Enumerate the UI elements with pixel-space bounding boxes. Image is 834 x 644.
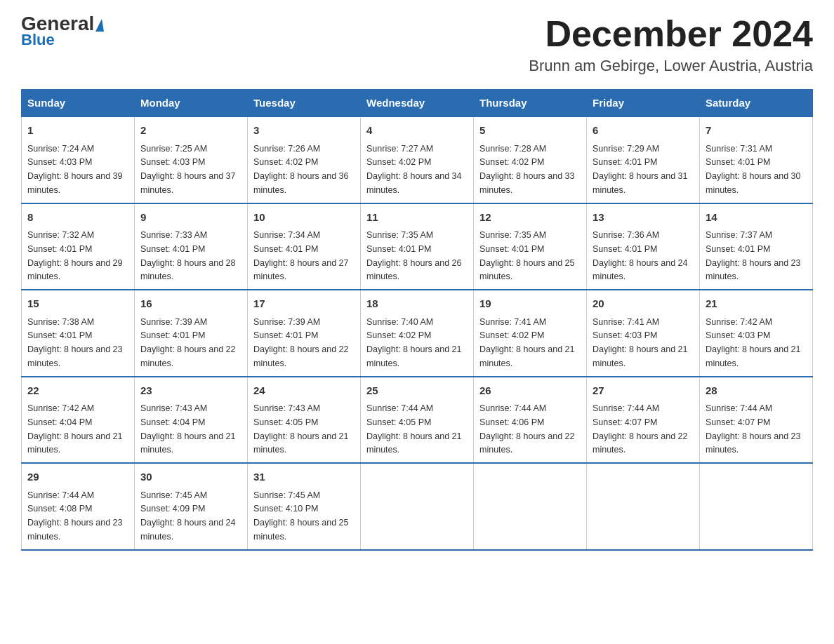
sunrise-info: Sunrise: 7:42 AM <box>27 403 94 413</box>
sunset-info: Sunset: 4:01 PM <box>479 244 544 254</box>
day-number: 31 <box>253 469 355 485</box>
sunset-info: Sunset: 4:01 PM <box>253 244 318 254</box>
sunset-info: Sunset: 4:01 PM <box>366 244 431 254</box>
sunrise-info: Sunrise: 7:44 AM <box>366 403 433 413</box>
calendar-cell: 25 Sunrise: 7:44 AM Sunset: 4:05 PM Dayl… <box>361 377 474 464</box>
calendar-cell: 24 Sunrise: 7:43 AM Sunset: 4:05 PM Dayl… <box>248 377 361 464</box>
day-number: 18 <box>366 296 468 312</box>
daylight-info: Daylight: 8 hours and 26 minutes. <box>366 258 462 282</box>
day-number: 20 <box>593 296 694 312</box>
sunrise-info: Sunrise: 7:25 AM <box>140 144 207 154</box>
sunrise-info: Sunrise: 7:24 AM <box>27 144 94 154</box>
sunrise-info: Sunrise: 7:44 AM <box>479 403 546 413</box>
sunrise-info: Sunrise: 7:36 AM <box>593 230 659 240</box>
sunset-info: Sunset: 4:01 PM <box>593 244 657 254</box>
calendar-cell: 16 Sunrise: 7:39 AM Sunset: 4:01 PM Dayl… <box>135 290 248 377</box>
calendar-cell: 30 Sunrise: 7:45 AM Sunset: 4:09 PM Dayl… <box>135 463 248 550</box>
sunset-info: Sunset: 4:02 PM <box>366 157 431 167</box>
sunset-info: Sunset: 4:07 PM <box>706 417 770 427</box>
daylight-info: Daylight: 8 hours and 34 minutes. <box>366 171 462 195</box>
calendar-cell: 26 Sunrise: 7:44 AM Sunset: 4:06 PM Dayl… <box>474 377 587 464</box>
sunrise-info: Sunrise: 7:39 AM <box>140 317 207 327</box>
sunrise-info: Sunrise: 7:43 AM <box>253 403 320 413</box>
day-number: 17 <box>253 296 355 312</box>
sunrise-info: Sunrise: 7:29 AM <box>593 144 659 154</box>
sunrise-info: Sunrise: 7:44 AM <box>706 403 772 413</box>
sunset-info: Sunset: 4:08 PM <box>27 504 92 514</box>
daylight-info: Daylight: 8 hours and 22 minutes. <box>479 431 575 455</box>
sunrise-info: Sunrise: 7:33 AM <box>140 230 207 240</box>
calendar-cell: 10 Sunrise: 7:34 AM Sunset: 4:01 PM Dayl… <box>248 203 361 290</box>
daylight-info: Daylight: 8 hours and 39 minutes. <box>27 171 123 195</box>
sunrise-info: Sunrise: 7:44 AM <box>27 490 94 500</box>
calendar-cell: 1 Sunrise: 7:24 AM Sunset: 4:03 PM Dayli… <box>22 116 135 203</box>
calendar-cell <box>474 463 587 550</box>
daylight-info: Daylight: 8 hours and 23 minutes. <box>706 431 801 455</box>
day-number: 30 <box>140 469 241 485</box>
day-number: 22 <box>27 383 128 399</box>
calendar-cell: 12 Sunrise: 7:35 AM Sunset: 4:01 PM Dayl… <box>474 203 587 290</box>
sunset-info: Sunset: 4:03 PM <box>706 330 770 340</box>
calendar-week-row: 8 Sunrise: 7:32 AM Sunset: 4:01 PM Dayli… <box>22 203 813 290</box>
month-title: December 2024 <box>529 14 813 54</box>
daylight-info: Daylight: 8 hours and 21 minutes. <box>253 431 349 455</box>
day-number: 6 <box>593 123 694 139</box>
col-header-friday: Friday <box>587 90 700 117</box>
sunrise-info: Sunrise: 7:34 AM <box>253 230 320 240</box>
calendar-cell: 23 Sunrise: 7:43 AM Sunset: 4:04 PM Dayl… <box>135 377 248 464</box>
sunrise-info: Sunrise: 7:44 AM <box>593 403 659 413</box>
daylight-info: Daylight: 8 hours and 25 minutes. <box>479 258 575 282</box>
sunset-info: Sunset: 4:04 PM <box>27 417 92 427</box>
calendar-cell: 15 Sunrise: 7:38 AM Sunset: 4:01 PM Dayl… <box>22 290 135 377</box>
location-title: Brunn am Gebirge, Lower Austria, Austria <box>529 57 813 75</box>
day-number: 19 <box>479 296 581 312</box>
sunset-info: Sunset: 4:10 PM <box>253 504 318 514</box>
day-number: 21 <box>706 296 807 312</box>
sunset-info: Sunset: 4:03 PM <box>593 330 657 340</box>
sunrise-info: Sunrise: 7:35 AM <box>479 230 546 240</box>
day-number: 1 <box>27 123 128 139</box>
sunrise-info: Sunrise: 7:41 AM <box>593 317 659 327</box>
calendar-body: 1 Sunrise: 7:24 AM Sunset: 4:03 PM Dayli… <box>22 116 813 550</box>
day-number: 13 <box>593 210 694 226</box>
calendar-cell: 8 Sunrise: 7:32 AM Sunset: 4:01 PM Dayli… <box>22 203 135 290</box>
sunrise-info: Sunrise: 7:37 AM <box>706 230 772 240</box>
daylight-info: Daylight: 8 hours and 29 minutes. <box>27 258 123 282</box>
calendar-cell: 19 Sunrise: 7:41 AM Sunset: 4:02 PM Dayl… <box>474 290 587 377</box>
calendar-week-row: 1 Sunrise: 7:24 AM Sunset: 4:03 PM Dayli… <box>22 116 813 203</box>
sunset-info: Sunset: 4:01 PM <box>706 157 770 167</box>
calendar-week-row: 15 Sunrise: 7:38 AM Sunset: 4:01 PM Dayl… <box>22 290 813 377</box>
day-number: 7 <box>706 123 807 139</box>
daylight-info: Daylight: 8 hours and 36 minutes. <box>253 171 349 195</box>
title-block: December 2024 Brunn am Gebirge, Lower Au… <box>529 14 813 75</box>
calendar-cell: 6 Sunrise: 7:29 AM Sunset: 4:01 PM Dayli… <box>587 116 700 203</box>
day-number: 10 <box>253 210 355 226</box>
calendar-table: SundayMondayTuesdayWednesdayThursdayFrid… <box>21 89 813 551</box>
day-number: 25 <box>366 383 468 399</box>
calendar-cell: 28 Sunrise: 7:44 AM Sunset: 4:07 PM Dayl… <box>700 377 813 464</box>
daylight-info: Daylight: 8 hours and 21 minutes. <box>366 344 462 368</box>
calendar-cell: 22 Sunrise: 7:42 AM Sunset: 4:04 PM Dayl… <box>22 377 135 464</box>
calendar-cell <box>700 463 813 550</box>
sunset-info: Sunset: 4:01 PM <box>593 157 657 167</box>
sunrise-info: Sunrise: 7:45 AM <box>253 490 320 500</box>
sunrise-info: Sunrise: 7:35 AM <box>366 230 433 240</box>
calendar-cell: 20 Sunrise: 7:41 AM Sunset: 4:03 PM Dayl… <box>587 290 700 377</box>
sunrise-info: Sunrise: 7:45 AM <box>140 490 207 500</box>
day-number: 12 <box>479 210 581 226</box>
sunrise-info: Sunrise: 7:38 AM <box>27 317 94 327</box>
day-number: 11 <box>366 210 468 226</box>
calendar-cell: 5 Sunrise: 7:28 AM Sunset: 4:02 PM Dayli… <box>474 116 587 203</box>
sunset-info: Sunset: 4:07 PM <box>593 417 657 427</box>
sunrise-info: Sunrise: 7:39 AM <box>253 317 320 327</box>
day-number: 4 <box>366 123 468 139</box>
calendar-cell: 7 Sunrise: 7:31 AM Sunset: 4:01 PM Dayli… <box>700 116 813 203</box>
sunset-info: Sunset: 4:05 PM <box>366 417 431 427</box>
calendar-cell: 31 Sunrise: 7:45 AM Sunset: 4:10 PM Dayl… <box>248 463 361 550</box>
day-number: 9 <box>140 210 241 226</box>
sunrise-info: Sunrise: 7:32 AM <box>27 230 94 240</box>
sunset-info: Sunset: 4:01 PM <box>140 330 205 340</box>
daylight-info: Daylight: 8 hours and 21 minutes. <box>366 431 462 455</box>
sunset-info: Sunset: 4:09 PM <box>140 504 205 514</box>
calendar-cell <box>587 463 700 550</box>
